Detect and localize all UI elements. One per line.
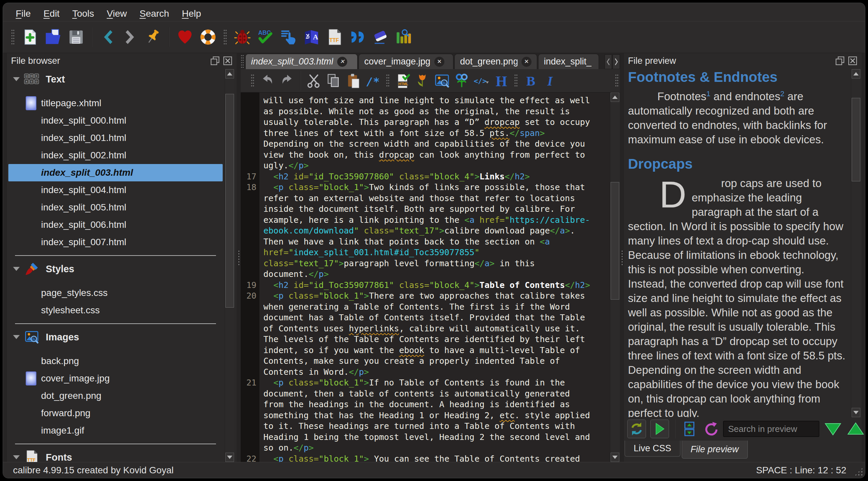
help-icon[interactable] [199, 28, 217, 46]
file-item[interactable]: index_split_002.html [8, 147, 223, 164]
next-match-icon[interactable] [824, 421, 842, 437]
scrollbar-thumb[interactable] [851, 98, 860, 181]
file-item[interactable]: index_split_007.html [8, 234, 223, 251]
translate-icon[interactable]: A [303, 28, 320, 46]
tab-scroll-left-icon[interactable] [604, 55, 612, 69]
fix-rules-icon[interactable] [279, 28, 298, 46]
file-browser-scrollbar[interactable] [225, 69, 234, 462]
prev-match-icon[interactable] [846, 421, 865, 437]
code-text[interactable]: will use font size and line height to si… [259, 92, 610, 462]
file-item[interactable]: index_split_005.html [8, 199, 223, 216]
toolbar-drag-handle-icon[interactable] [251, 74, 254, 88]
code-editor[interactable]: 171819202122 will use font size and line… [241, 92, 620, 462]
menu-help[interactable]: Help [178, 7, 205, 20]
file-item[interactable]: index_split_000.html [8, 112, 223, 129]
file-item[interactable]: dot_green.png [8, 387, 223, 404]
tab-close-icon[interactable]: ✕ [337, 57, 347, 67]
bottom-tab-live-css[interactable]: Live CSS [625, 441, 680, 457]
check-book-icon[interactable] [234, 28, 251, 46]
toolbar-drag-handle-icon[interactable] [386, 74, 390, 88]
menu-file[interactable]: File [12, 7, 35, 20]
file-item[interactable]: cover_image.jpg [8, 370, 223, 387]
editor-tab[interactable]: cover_image.jpg✕ [359, 54, 453, 69]
donate-icon[interactable] [176, 28, 194, 46]
file-item[interactable]: stylesheet.css [8, 302, 223, 319]
toolbar-drag-handle-icon[interactable] [615, 74, 619, 88]
file-item[interactable]: index_split_003.html [8, 164, 223, 181]
menu-view[interactable]: View [103, 7, 131, 20]
expand-caret-icon[interactable] [13, 455, 20, 459]
scroll-up-icon[interactable] [225, 69, 234, 79]
fix-html-icon[interactable]: HTML [395, 73, 411, 89]
float-panel-icon[interactable] [210, 56, 220, 66]
file-item[interactable]: index_split_001.html [8, 129, 223, 147]
refresh-icon[interactable] [627, 420, 646, 438]
cut-icon[interactable] [306, 73, 322, 89]
italic-icon[interactable]: I [542, 73, 559, 89]
editor-scrollbar[interactable] [610, 92, 620, 462]
insert-tag-icon[interactable]: </> [473, 73, 489, 89]
sidebar-section-fonts[interactable]: TTFFonts [8, 449, 223, 462]
paste-icon[interactable] [345, 73, 361, 89]
remove-css-icon[interactable] [372, 28, 390, 46]
insert-image-icon[interactable] [434, 73, 450, 89]
file-item[interactable]: titlepage.xhtml [8, 94, 223, 112]
run-icon[interactable] [650, 420, 669, 438]
spellcheck-icon[interactable]: ABC [256, 28, 274, 46]
toolbar-drag-handle-icon[interactable] [223, 29, 227, 45]
sync-icon[interactable] [681, 421, 698, 437]
scrollbar-thumb[interactable] [225, 94, 234, 308]
resize-grip-icon[interactable] [854, 467, 863, 476]
smarten-icon[interactable] [348, 28, 367, 46]
undo-icon[interactable] [259, 73, 275, 89]
redo-icon[interactable] [279, 73, 295, 89]
expand-caret-icon[interactable] [13, 267, 20, 271]
forward-icon[interactable] [122, 28, 140, 46]
file-item[interactable]: image1.gif [8, 422, 223, 439]
sidebar-section-styles[interactable]: Styles [8, 260, 223, 277]
float-panel-icon[interactable] [835, 56, 845, 66]
reload-icon[interactable] [702, 421, 719, 437]
scroll-up-icon[interactable] [851, 69, 860, 79]
file-item[interactable]: index_split_006.html [8, 216, 223, 234]
bottom-tab-file-preview[interactable]: File preview [682, 441, 748, 459]
bold-icon[interactable]: B [523, 73, 539, 89]
scroll-down-icon[interactable] [225, 453, 234, 462]
file-item[interactable]: page_styles.css [8, 284, 223, 302]
save-icon[interactable] [67, 28, 85, 46]
file-item[interactable]: back.png [8, 352, 223, 370]
expand-caret-icon[interactable] [13, 77, 20, 81]
splitter-left[interactable] [237, 53, 241, 462]
expand-caret-icon[interactable] [13, 335, 20, 339]
sidebar-section-text[interactable]: QWEASDText [8, 70, 223, 88]
tab-scroll-right-icon[interactable] [613, 55, 620, 69]
scrollbar-thumb[interactable] [611, 182, 619, 300]
editor-tab[interactable]: dot_green.png✕ [454, 54, 537, 69]
comment-icon[interactable]: /* [365, 73, 381, 89]
new-file-icon[interactable] [21, 28, 39, 46]
sidebar-section-images[interactable]: Images [8, 328, 223, 346]
editor-tab[interactable]: index_split_003.html✕ [245, 54, 358, 69]
splitter-right[interactable] [620, 53, 624, 462]
insert-link-icon[interactable] [454, 73, 470, 89]
tabbar-grip-icon[interactable] [241, 55, 244, 68]
tab-close-icon[interactable]: ✕ [434, 57, 444, 67]
toolbar-drag-handle-icon[interactable] [514, 74, 518, 88]
close-panel-icon[interactable] [848, 56, 858, 66]
footnote-link[interactable]: 1 [706, 90, 710, 98]
embed-fonts-icon[interactable]: TTF [326, 28, 344, 46]
scroll-down-icon[interactable] [851, 408, 860, 417]
file-item[interactable]: forward.png [8, 404, 223, 422]
beautify-icon[interactable] [414, 73, 430, 89]
file-item[interactable]: index_split_004.html [8, 181, 223, 199]
reports-icon[interactable] [395, 28, 413, 46]
scroll-down-icon[interactable] [611, 453, 619, 462]
close-panel-icon[interactable] [223, 56, 233, 66]
open-file-icon[interactable] [44, 28, 62, 46]
preview-scrollbar[interactable] [851, 69, 860, 417]
scroll-up-icon[interactable] [611, 92, 619, 102]
footnote-link[interactable]: 2 [780, 90, 784, 98]
menu-search[interactable]: Search [135, 7, 173, 20]
menu-edit[interactable]: Edit [39, 7, 63, 20]
editor-tab[interactable]: index_split_ [538, 54, 599, 69]
